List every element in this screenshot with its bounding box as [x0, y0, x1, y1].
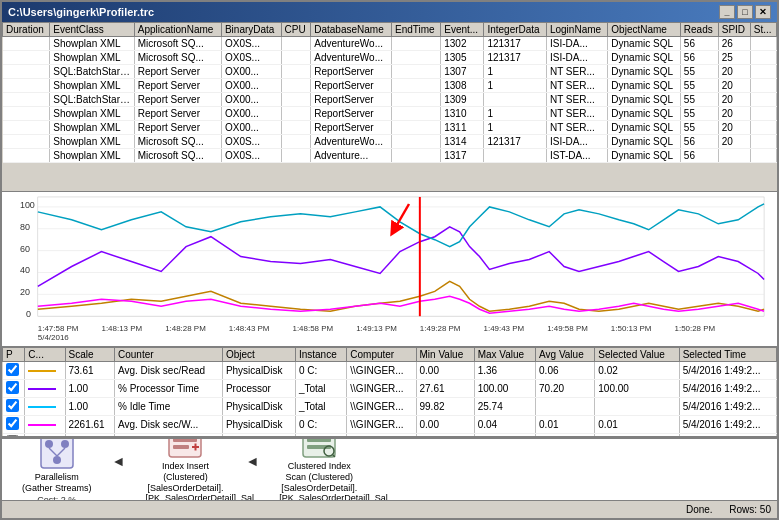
chart-section[interactable]: 100 80 60 40 20 0 — [2, 192, 777, 347]
trace-cell: 20 — [718, 107, 750, 121]
col-counter[interactable]: Counter — [114, 348, 222, 362]
counter-cell: 0 C: — [295, 362, 346, 380]
trace-cell — [3, 149, 50, 163]
counter-table-row[interactable]: 73.61Avg. Disk sec/ReadPhysicalDisk0 C:\… — [3, 362, 777, 380]
trace-cell: Showplan XML — [50, 135, 134, 149]
col-st[interactable]: St... — [750, 23, 776, 37]
trace-cell — [750, 135, 776, 149]
trace-cell — [391, 149, 440, 163]
col-object[interactable]: Object — [222, 348, 295, 362]
counter-checkbox-cell[interactable] — [3, 398, 25, 416]
col-instance[interactable]: Instance — [295, 348, 346, 362]
counter-cell — [536, 398, 595, 416]
col-binarydata[interactable]: BinaryData — [221, 23, 281, 37]
trace-table-row[interactable]: Showplan XMLReport ServerOX00...ReportSe… — [3, 107, 777, 121]
col-selected[interactable]: Selected Value — [595, 348, 679, 362]
col-seltime[interactable]: Selected Time — [679, 348, 776, 362]
trace-table-row[interactable]: Showplan XMLReport ServerOX00...ReportSe… — [3, 79, 777, 93]
col-event[interactable]: Event... — [441, 23, 484, 37]
trace-cell: Microsoft SQ... — [134, 135, 221, 149]
minimize-button[interactable]: _ — [719, 5, 735, 19]
trace-cell — [281, 37, 311, 51]
counter-checkbox-cell[interactable] — [3, 380, 25, 398]
col-login[interactable]: LoginName — [546, 23, 607, 37]
counter-cell: 27.61 — [416, 380, 474, 398]
col-appname[interactable]: ApplicationName — [134, 23, 221, 37]
col-min[interactable]: Min Value — [416, 348, 474, 362]
col-cpu[interactable]: CPU — [281, 23, 311, 37]
trace-cell: OX00... — [221, 107, 281, 121]
col-scale[interactable]: Scale — [65, 348, 114, 362]
trace-cell — [281, 121, 311, 135]
col-computer[interactable]: Computer — [347, 348, 416, 362]
counter-cell: 0.06 — [536, 362, 595, 380]
counter-cell: 0.00 — [416, 362, 474, 380]
col-p[interactable]: P — [3, 348, 25, 362]
window-title: C:\Users\gingerk\Profiler.trc — [8, 6, 154, 18]
window-controls: _ □ ✕ — [719, 5, 771, 19]
counter-cell: 100.00 — [595, 380, 679, 398]
trace-cell — [281, 65, 311, 79]
trace-cell: AdventureWo... — [311, 37, 392, 51]
counter-table-row[interactable]: 2261.61Avg. Disk sec/W...PhysicalDisk0 C… — [3, 416, 777, 434]
trace-table-row[interactable]: Showplan XMLMicrosoft SQ...OX0S...Advent… — [3, 135, 777, 149]
index-insert-label: Index Insert (Clustered)[SalesOrderDetai… — [145, 461, 225, 500]
col-eventclass[interactable]: EventClass — [50, 23, 134, 37]
col-avg[interactable]: Avg Value — [536, 348, 595, 362]
counter-checkbox-cell[interactable] — [3, 362, 25, 380]
col-duration[interactable]: Duration — [3, 23, 50, 37]
svg-text:1:49:58 PM: 1:49:58 PM — [547, 324, 588, 333]
index-scan-label: Clustered Index Scan (Clustered)[SalesOr… — [279, 461, 359, 500]
trace-cell: Report Server — [134, 121, 221, 135]
counter-checkbox[interactable] — [6, 399, 19, 412]
col-intdata[interactable]: IntegerData — [484, 23, 547, 37]
counter-cell: Avg. Disk sec/W... — [114, 416, 222, 434]
counter-cell: PhysicalDisk — [222, 416, 295, 434]
counter-cell — [595, 398, 679, 416]
counter-color-line — [28, 388, 56, 390]
counter-cell: 0 C: — [295, 416, 346, 434]
counter-checkbox-cell[interactable] — [3, 416, 25, 434]
col-c[interactable]: C... — [25, 348, 65, 362]
parallelism-label: Parallelism(Gather Streams) — [22, 472, 92, 494]
svg-text:20: 20 — [20, 287, 30, 297]
counter-checkbox[interactable] — [6, 381, 19, 394]
trace-cell — [3, 135, 50, 149]
trace-cell — [3, 37, 50, 51]
col-max[interactable]: Max Value — [474, 348, 535, 362]
parallelism-icon — [39, 439, 75, 470]
trace-table: Duration EventClass ApplicationName Bina… — [2, 22, 777, 163]
col-objname[interactable]: ObjectName — [608, 23, 681, 37]
trace-table-row[interactable]: SQL:BatchStartingReport ServerOX00...Rep… — [3, 65, 777, 79]
col-spid[interactable]: SPID — [718, 23, 750, 37]
trace-table-row[interactable]: Showplan XMLMicrosoft SQ...OX0S...Advent… — [3, 149, 777, 163]
trace-cell: ReportServer — [311, 121, 392, 135]
red-arrow-indicator — [374, 202, 414, 239]
trace-cell: Dynamic SQL — [608, 135, 681, 149]
col-dbname[interactable]: DatabaseName — [311, 23, 392, 37]
trace-table-row[interactable]: SQL:BatchStartingReport ServerOX00...Rep… — [3, 93, 777, 107]
counter-table-row[interactable]: 1.00% Idle TimePhysicalDisk_Total\\GINGE… — [3, 398, 777, 416]
counter-color-cell — [25, 380, 65, 398]
trace-table-row[interactable]: Showplan XMLMicrosoft SQ...OX0S...Advent… — [3, 37, 777, 51]
counter-table-row[interactable]: 1.00% Processor TimeProcessor_Total\\GIN… — [3, 380, 777, 398]
col-reads[interactable]: Reads — [680, 23, 718, 37]
close-button[interactable]: ✕ — [755, 5, 771, 19]
trace-cell — [750, 37, 776, 51]
trace-cell: Showplan XML — [50, 51, 134, 65]
trace-cell: 1308 — [441, 79, 484, 93]
trace-cell: 55 — [680, 107, 718, 121]
trace-cell: 20 — [718, 79, 750, 93]
trace-cell: 1317 — [441, 149, 484, 163]
counter-cell: PhysicalDisk — [222, 362, 295, 380]
counter-cell: 5/4/2016 1:49:2... — [679, 416, 776, 434]
counter-checkbox[interactable] — [6, 363, 19, 376]
maximize-button[interactable]: □ — [737, 5, 753, 19]
trace-table-row[interactable]: Showplan XMLReport ServerOX00...ReportSe… — [3, 121, 777, 135]
trace-cell: AdventureWo... — [311, 135, 392, 149]
col-endtime[interactable]: EndTime — [391, 23, 440, 37]
trace-table-row[interactable]: Showplan XMLMicrosoft SQ...OX0S...Advent… — [3, 51, 777, 65]
trace-cell: Report Server — [134, 107, 221, 121]
counter-cell: 5/4/2016 1:49:2... — [679, 398, 776, 416]
counter-checkbox[interactable] — [6, 417, 19, 430]
